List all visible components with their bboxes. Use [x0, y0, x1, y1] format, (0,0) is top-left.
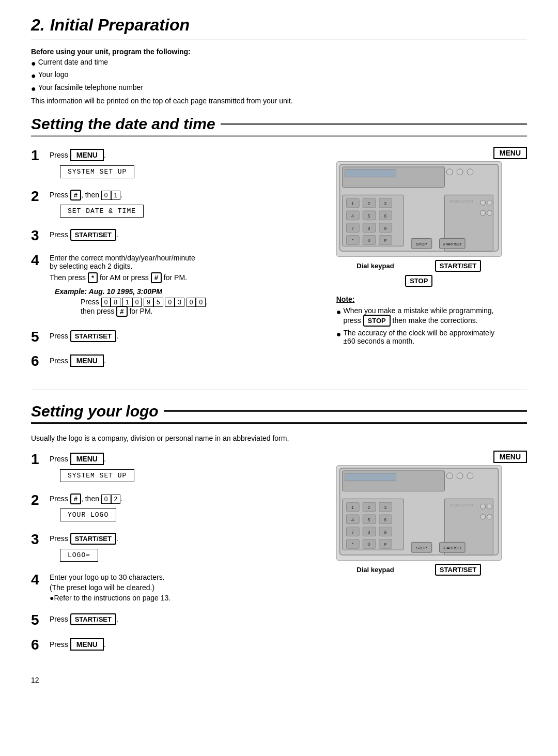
svg-text:6: 6: [384, 213, 386, 219]
svg-point-35: [487, 200, 492, 205]
lcd-your-logo: YOUR LOGO: [60, 508, 116, 521]
step4-content: Enter the correct month/day/year/hour/mi…: [50, 252, 296, 321]
s2-step-num-3: 3: [31, 531, 50, 548]
ex-d9: 0: [187, 298, 196, 307]
svg-text:2: 2: [367, 505, 370, 510]
hash-key-1: #: [70, 190, 81, 200]
start-set-label-2: START/SET: [435, 564, 481, 576]
svg-text:#: #: [384, 542, 386, 547]
ex-d10: 0: [196, 298, 206, 307]
svg-text:RESOLUTION: RESOLUTION: [450, 199, 473, 203]
svg-text:5: 5: [367, 517, 370, 522]
svg-text:1: 1: [351, 201, 354, 206]
svg-point-76: [487, 504, 492, 509]
page-title: 2. Initial Preparation: [31, 16, 527, 35]
svg-point-77: [480, 514, 485, 519]
svg-text:9: 9: [384, 226, 386, 231]
svg-text:4: 4: [351, 517, 354, 522]
title-text: Initial Preparation: [50, 16, 190, 35]
step-number-3: 3: [31, 227, 50, 244]
svg-point-37: [487, 210, 492, 215]
start-set-btn-1: START/SET: [70, 229, 116, 241]
menu-label-diagram-2: MENU: [493, 451, 527, 463]
step-number-5: 5: [31, 328, 50, 346]
stop-btn-note: STOP: [363, 315, 391, 327]
step-number-6: 6: [31, 352, 50, 370]
s2-step6-content: Press MENU.: [50, 636, 296, 653]
step4-date: 4 Enter the correct month/day/year/hour/…: [31, 252, 296, 321]
section2-diagram: MENU 1 2 3 4 5 6 7: [311, 451, 528, 660]
step6-date: 6 Press MENU.: [31, 352, 296, 370]
dial-keypad-label-2: Dial keypad: [357, 566, 394, 574]
s2-step3-content: Press START/SET. LOGO=: [50, 531, 296, 564]
s2-step-num-6: 6: [31, 636, 50, 654]
svg-text:4: 4: [351, 213, 354, 219]
start-set-btn-2: START/SET: [70, 330, 116, 342]
bullet-1: ● Current date and time: [31, 58, 527, 69]
step2-date: 2 Press #, then 01. SET DATE & TIME: [31, 188, 296, 220]
svg-text:7: 7: [351, 226, 354, 231]
section2-steps: 1 Press MENU. SYSTEM SET UP 2 Press #, t…: [31, 451, 296, 660]
start-set-s2-1: START/SET: [70, 533, 116, 545]
s2-step2: 2 Press #, then 02. YOUR LOGO: [31, 491, 296, 523]
key-0: 0: [101, 191, 111, 200]
start-set-s2-2: START/SET: [70, 613, 116, 625]
section1-content: 1 Press MENU. SYSTEM SET UP 2 Press #, t…: [31, 147, 527, 377]
svg-text:STOP: STOP: [416, 242, 427, 246]
note-title-1: Note:: [336, 295, 502, 303]
section2-content: 1 Press MENU. SYSTEM SET UP 2 Press #, t…: [31, 451, 527, 660]
fax-machine-svg-2: 1 2 3 4 5 6 7 8 9 * 0: [336, 465, 502, 561]
step2-content: Press #, then 01. SET DATE & TIME: [50, 188, 296, 220]
section1-steps: 1 Press MENU. SYSTEM SET UP 2 Press #, t…: [31, 147, 296, 377]
s2-step6: 6 Press MENU.: [31, 636, 296, 654]
menu-button-2: MENU: [70, 354, 104, 367]
svg-text:STOP: STOP: [416, 546, 427, 550]
svg-point-34: [480, 200, 485, 205]
svg-text:1: 1: [351, 505, 354, 510]
menu-btn-s2-1: MENU: [70, 453, 104, 465]
s2-step5-content: Press START/SET.: [50, 611, 296, 627]
lcd-system-setup-1: SYSTEM SET UP: [60, 165, 134, 178]
svg-text:6: 6: [384, 517, 386, 522]
section1-heading: Setting the date and time: [31, 115, 527, 136]
note-section-1: Note: ● When you make a mistake while pr…: [336, 295, 502, 347]
s2-step4: 4 Enter your logo up to 30 characters. (…: [31, 571, 296, 604]
section2-intro: Usually the logo is a company, division …: [31, 434, 527, 442]
step-number-1: 1: [31, 147, 50, 164]
lcd-logo-eq: LOGO=: [60, 549, 98, 562]
svg-text:*: *: [351, 238, 353, 243]
s2-step1: 1 Press MENU. SYSTEM SET UP: [31, 451, 296, 484]
section1-diagram: MENU 1 2 3 4: [311, 147, 528, 377]
step5-date: 5 Press START/SET.: [31, 328, 296, 346]
step1-content: Press MENU. SYSTEM SET UP: [50, 147, 296, 180]
svg-point-80: [457, 473, 463, 479]
svg-rect-43: [345, 473, 396, 481]
step6-content: Press MENU.: [50, 352, 296, 369]
svg-text:2: 2: [367, 201, 370, 206]
svg-point-39: [457, 169, 463, 175]
bullet-3: ● Your facsimile telephone number: [31, 83, 527, 95]
s2-key-0: 0: [101, 495, 111, 504]
svg-text:5: 5: [367, 213, 370, 219]
fax-labels-1: Dial keypad START/SET: [336, 260, 502, 272]
step5-content: Press START/SET.: [50, 328, 296, 344]
menu-btn-s2-2: MENU: [70, 638, 104, 651]
s2-step1-content: Press MENU. SYSTEM SET UP: [50, 451, 296, 484]
example-block: Example: Aug. 10 1995, 3:00PM Press 08 1…: [55, 287, 296, 317]
start-set-label-1: START/SET: [435, 260, 481, 272]
step3-content: Press START/SET.: [50, 227, 296, 243]
svg-point-36: [480, 210, 485, 215]
step3-date: 3 Press START/SET.: [31, 227, 296, 244]
title-number: 2.: [31, 16, 45, 35]
lcd-system-setup-2: SYSTEM SET UP: [60, 469, 134, 482]
example-title: Example: Aug. 10 1995, 3:00PM: [55, 287, 296, 296]
ex-d7: 0: [165, 298, 175, 307]
svg-text:7: 7: [351, 530, 354, 535]
hash-key-s2: #: [70, 493, 81, 504]
intro-body: This information will be printed on the …: [31, 97, 527, 105]
menu-button-1: MENU: [70, 149, 104, 161]
stop-label-1: STOP: [405, 275, 432, 287]
svg-text:START/SET: START/SET: [442, 242, 462, 246]
menu-label-diagram-1: MENU: [493, 147, 527, 159]
svg-point-75: [480, 504, 485, 509]
